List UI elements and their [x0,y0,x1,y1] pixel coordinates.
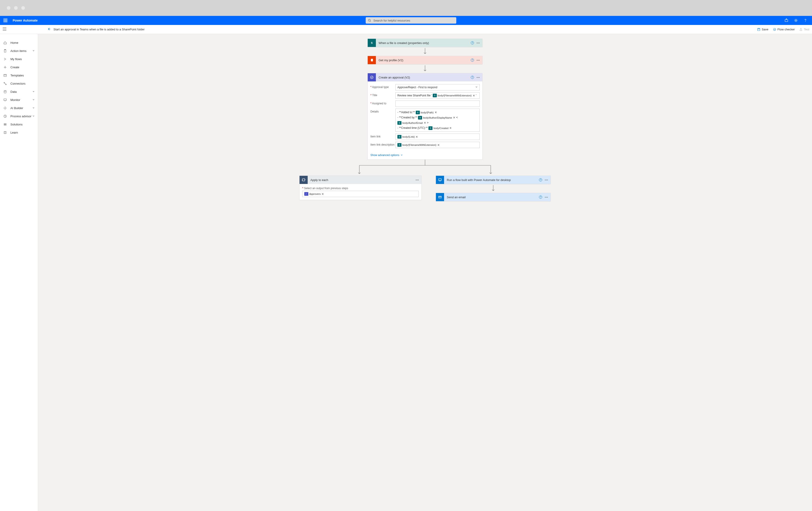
step-trigger[interactable]: S When a file is created (properties onl… [368,38,483,47]
step-more-icon[interactable] [416,180,419,180]
clipboard-icon [3,49,7,53]
item-link-desc-input[interactable]: Sbody/{FilenameWithExtension}✕ [395,142,480,148]
monitor-icon [3,98,7,102]
chevron-down-icon [32,106,35,110]
sidebar-item-process-advisor[interactable]: Process advisor [0,112,38,120]
step-apply-to-each[interactable]: Apply to each * Select an output from pr… [299,176,422,200]
approval-type-select[interactable]: Approve/Reject - First to respond [395,84,480,90]
remove-token-icon[interactable]: ✕ [435,110,437,115]
sharepoint-token-icon: S [397,143,402,147]
show-advanced-options[interactable]: Show advanced options [371,154,403,157]
sidebar-item-learn[interactable]: Learn [0,128,38,137]
search-placeholder: Search for helpful resources [373,19,410,22]
svg-point-29 [5,109,5,110]
svg-point-19 [4,82,4,83]
step-create-approval[interactable]: Create an approval (V2) ? * Approval typ… [368,73,483,160]
step-send-email[interactable]: Send an email ? [436,193,551,201]
sidebar-item-home[interactable]: Home [0,38,38,47]
item-link-input[interactable]: Sbody/{Link}✕ [395,134,480,140]
test-button[interactable]: Test [799,28,809,31]
environment-icon[interactable] [784,18,788,23]
svg-point-20 [5,84,6,85]
svg-rect-32 [4,125,6,125]
office-icon [368,56,376,64]
connectors-icon [3,82,7,85]
apply-select-input[interactable]: ✓Approvers✕ [302,191,419,197]
svg-rect-23 [4,99,6,101]
step-get-profile[interactable]: Get my profile (V2) ? [368,56,483,64]
remove-token-icon[interactable]: ✕ [473,94,475,97]
title-input[interactable]: Review new SharePoint file ' Sbody/{File… [395,92,480,99]
sidebar-item-create[interactable]: Create [0,63,38,71]
flow-canvas: S When a file is created (properties onl… [38,34,812,511]
chevron-down-icon [32,90,35,93]
approval-icon [368,73,376,81]
window-control-dot[interactable] [21,6,25,10]
step-more-icon[interactable] [477,43,480,43]
back-button[interactable] [47,27,51,32]
app-name: Power Automate [13,19,38,22]
svg-rect-2 [785,20,788,22]
remove-token-icon[interactable]: ✕ [453,115,455,120]
save-button[interactable]: Save [757,28,768,31]
settings-icon[interactable] [794,18,798,23]
remove-token-icon[interactable]: ✕ [415,135,418,139]
remove-token-icon[interactable]: ✕ [321,192,324,196]
step-pad-flow[interactable]: Run a flow built with Power Automate for… [436,176,551,184]
remove-token-icon[interactable]: ✕ [437,143,440,147]
help-icon[interactable]: ? [471,41,474,45]
connector-arrow [423,48,427,55]
svg-point-5 [805,21,806,22]
sidebar-item-monitor[interactable]: Monitor [0,96,38,104]
help-icon[interactable]: ? [539,195,542,199]
sharepoint-token-icon: S [397,121,402,125]
outlook-icon [436,193,444,201]
step-more-icon[interactable] [545,180,548,180]
assigned-to-label: * Assigned to [371,101,395,105]
sidebar-item-data[interactable]: Data [0,87,38,96]
remove-token-icon[interactable]: ✕ [424,120,426,126]
svg-point-12 [773,28,776,31]
sidebar-item-my-flows[interactable]: My flows [0,55,38,63]
help-icon[interactable]: ? [471,76,474,79]
svg-line-21 [4,83,6,84]
sidebar-item-ai-builder[interactable]: AI Builder [0,104,38,112]
sidebar-item-action-items[interactable]: Action items [0,47,38,55]
app-launcher-icon[interactable] [4,19,8,22]
sidebar: Home Action items My flows Create Templa… [0,34,38,511]
step-more-icon[interactable] [477,77,480,78]
svg-point-22 [4,90,6,91]
details-input[interactable]: - **Added to:** Sbody/{Path}✕ - **Create… [395,109,480,132]
help-icon[interactable]: ? [471,58,474,62]
svg-rect-41 [439,179,441,181]
help-icon[interactable] [803,18,808,23]
svg-point-25 [4,108,5,108]
approval-token-icon: ✓ [304,192,308,196]
hamburger-icon[interactable] [3,27,6,31]
connector-arrow [423,65,427,72]
flow-checker-button[interactable]: Flow checker [773,28,795,31]
chevron-down-icon [401,154,403,156]
window-control-dot[interactable] [14,6,18,10]
details-label: Details [371,109,395,113]
search-icon [368,19,371,22]
step-more-icon[interactable] [477,60,480,60]
chevron-down-icon [475,86,477,89]
sidebar-item-solutions[interactable]: Solutions [0,120,38,128]
step-more-icon[interactable] [545,197,548,197]
sidebar-item-templates[interactable]: Templates [0,71,38,79]
sidebar-item-connectors[interactable]: Connectors [0,79,38,87]
chevron-down-icon [32,114,35,118]
sharepoint-icon: S [368,39,376,47]
search-box[interactable]: Search for helpful resources [366,17,456,24]
svg-point-28 [3,108,4,108]
help-icon[interactable]: ? [539,178,542,182]
approval-type-label: * Approval type [371,84,395,89]
remove-token-icon[interactable]: ✕ [449,126,452,131]
templates-icon [3,74,7,77]
desktop-flow-icon [436,176,444,184]
loop-icon [299,176,308,184]
window-control-dot[interactable] [7,6,10,10]
assigned-to-input[interactable] [395,101,480,107]
branch-connector [299,160,551,176]
